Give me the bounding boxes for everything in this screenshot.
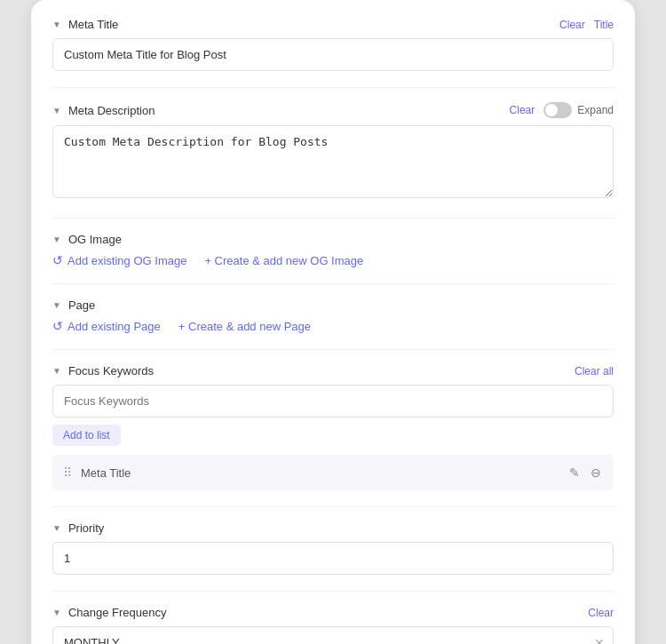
focus-keywords-section: ▼ Focus Keywords Clear all Add to list ⠿… bbox=[52, 364, 614, 490]
create-add-og-image-link[interactable]: + Create & add new OG Image bbox=[204, 253, 363, 267]
change-frequency-chevron[interactable]: ▼ bbox=[52, 608, 61, 617]
expand-toggle[interactable] bbox=[543, 102, 572, 118]
meta-description-header: ▼ Meta Description Clear Expand bbox=[52, 102, 614, 118]
priority-input[interactable] bbox=[52, 542, 614, 575]
focus-keywords-input[interactable] bbox=[52, 385, 614, 417]
refresh-page-icon: ↺ bbox=[52, 319, 63, 333]
meta-description-chevron[interactable]: ▼ bbox=[52, 106, 61, 115]
meta-description-label: Meta Description bbox=[68, 104, 155, 117]
meta-title-title-link[interactable]: Title bbox=[594, 19, 614, 31]
divider-5 bbox=[52, 506, 614, 507]
og-image-links: ↺ Add existing OG Image + Create & add n… bbox=[52, 253, 614, 267]
keyword-edit-button[interactable]: ✎ bbox=[567, 464, 582, 481]
og-image-label: OG Image bbox=[68, 233, 122, 246]
keyword-remove-button[interactable]: ⊖ bbox=[589, 464, 603, 481]
priority-header: ▼ Priority bbox=[52, 521, 614, 535]
focus-keywords-header: ▼ Focus Keywords Clear all bbox=[52, 364, 614, 378]
og-image-chevron[interactable]: ▼ bbox=[52, 235, 61, 244]
change-frequency-clear-icon[interactable]: ✕ bbox=[594, 636, 605, 645]
page-chevron[interactable]: ▼ bbox=[52, 300, 61, 310]
meta-description-section: ▼ Meta Description Clear Expand bbox=[52, 102, 614, 202]
priority-label: Priority bbox=[68, 521, 104, 535]
divider-2 bbox=[52, 218, 614, 219]
page-links: ↺ Add existing Page + Create & add new P… bbox=[52, 319, 614, 333]
priority-chevron[interactable]: ▼ bbox=[52, 523, 61, 533]
meta-title-section: ▼ Meta Title Clear Title bbox=[52, 18, 614, 71]
change-frequency-section: ▼ Change Frequency Clear MONTHLY WEEKLY … bbox=[52, 606, 614, 644]
add-existing-page-link[interactable]: ↺ Add existing Page bbox=[52, 319, 161, 333]
drag-handle-icon[interactable]: ⠿ bbox=[63, 465, 72, 480]
page-label: Page bbox=[68, 298, 95, 312]
expand-toggle-wrap: Expand bbox=[543, 102, 614, 118]
expand-label: Expand bbox=[577, 104, 614, 116]
add-existing-og-image-link[interactable]: ↺ Add existing OG Image bbox=[52, 253, 186, 267]
divider-1 bbox=[52, 87, 614, 88]
change-frequency-select-wrap: MONTHLY WEEKLY DAILY YEARLY ✕ bbox=[52, 626, 614, 644]
keyword-item: ⠿ Meta Title ✎ ⊖ bbox=[52, 455, 614, 490]
change-frequency-clear-link[interactable]: Clear bbox=[588, 607, 614, 619]
og-image-header: ▼ OG Image bbox=[52, 233, 614, 246]
divider-6 bbox=[52, 591, 614, 592]
meta-title-chevron[interactable]: ▼ bbox=[52, 20, 61, 29]
page-section: ▼ Page ↺ Add existing Page + Create & ad… bbox=[52, 298, 614, 333]
divider-3 bbox=[52, 283, 614, 284]
og-image-section: ▼ OG Image ↺ Add existing OG Image + Cre… bbox=[52, 233, 614, 267]
change-frequency-select[interactable]: MONTHLY WEEKLY DAILY YEARLY bbox=[52, 626, 614, 644]
change-frequency-label: Change Frequency bbox=[68, 606, 167, 619]
meta-description-actions: Clear Expand bbox=[510, 102, 614, 118]
seo-settings-card: ▼ Meta Title Clear Title ▼ Meta Descript… bbox=[31, 0, 635, 644]
meta-title-input[interactable] bbox=[52, 38, 614, 71]
divider-4 bbox=[52, 349, 614, 350]
refresh-icon: ↺ bbox=[52, 253, 63, 267]
focus-keywords-chevron[interactable]: ▼ bbox=[52, 366, 61, 376]
page-header: ▼ Page bbox=[52, 298, 614, 312]
keyword-text: Meta Title bbox=[81, 466, 559, 480]
add-to-list-button[interactable]: Add to list bbox=[52, 425, 121, 446]
meta-title-header: ▼ Meta Title Clear Title bbox=[52, 18, 614, 31]
priority-section: ▼ Priority bbox=[52, 521, 614, 575]
focus-keywords-clear-all[interactable]: Clear all bbox=[575, 365, 614, 378]
change-frequency-header: ▼ Change Frequency Clear bbox=[52, 606, 614, 619]
meta-description-input[interactable] bbox=[52, 125, 614, 198]
create-add-page-link[interactable]: + Create & add new Page bbox=[178, 319, 311, 333]
meta-title-label: Meta Title bbox=[68, 18, 118, 31]
keyword-actions: ✎ ⊖ bbox=[567, 464, 603, 481]
focus-keywords-label: Focus Keywords bbox=[68, 364, 154, 378]
meta-title-clear-link[interactable]: Clear bbox=[559, 19, 585, 31]
meta-title-actions: Clear Title bbox=[559, 19, 614, 31]
meta-description-clear-link[interactable]: Clear bbox=[510, 104, 535, 116]
